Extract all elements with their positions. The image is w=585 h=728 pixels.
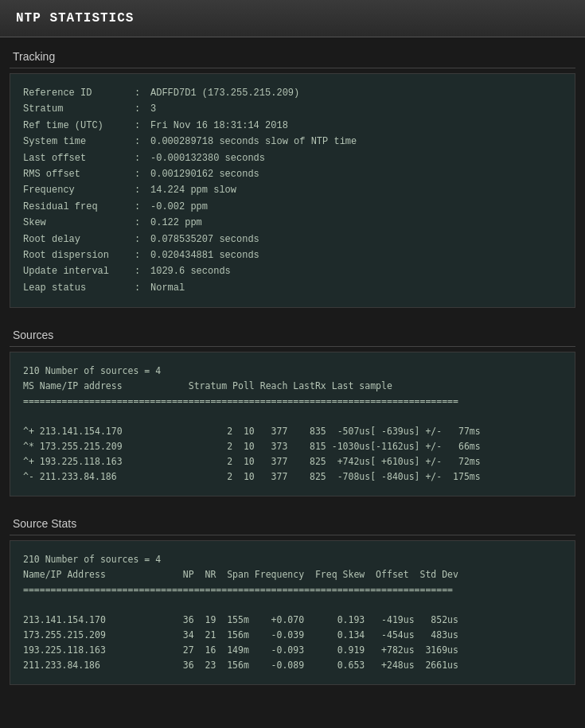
tracking-key: Residual freq [23,199,135,215]
tracking-key: Skew [23,215,135,231]
tracking-sep: : [135,232,150,247]
tracking-key: Root dispersion [23,247,135,263]
tracking-row: Skew : 0.122 ppm [23,215,562,231]
sources-body: 210 Number of sources = 4 MS Name/IP add… [10,352,575,496]
tracking-value: 0.122 ppm [150,215,202,231]
tracking-key: Root delay [23,232,135,247]
sources-content: 210 Number of sources = 4 MS Name/IP add… [23,364,562,485]
page-title: NTP STATISTICS [16,11,134,25]
source-stats-section-header: Source Stats [10,512,575,535]
tracking-value: 0.000289718 seconds slow of NTP time [150,134,357,150]
tracking-value: 14.224 ppm slow [150,182,236,198]
tracking-value: 0.001290162 seconds [150,166,259,182]
tracking-sep: : [135,134,150,150]
tracking-sep: : [135,215,150,231]
tracking-key: Last offset [23,150,135,166]
tracking-value: ADFFD7D1 (173.255.215.209) [150,85,299,101]
tracking-row: RMS offset : 0.001290162 seconds [23,166,562,182]
tracking-value: Normal [150,280,185,296]
tracking-row: Stratum : 3 [23,101,562,117]
tracking-sep: : [135,150,150,166]
tracking-row: Leap status : Normal [23,280,562,296]
tracking-value: 1029.6 seconds [150,263,231,279]
tracking-sep: : [135,199,150,215]
tracking-row: Last offset : -0.000132380 seconds [23,150,562,166]
tracking-key: Reference ID [23,85,135,101]
tracking-sep: : [135,182,150,198]
tracking-value: 3 [150,101,156,117]
tracking-section-header: Tracking [10,45,575,68]
tracking-value: -0.000132380 seconds [150,150,265,166]
tracking-row: Root delay : 0.078535207 seconds [23,232,562,247]
tracking-value: Fri Nov 16 18:31:14 2018 [150,118,288,134]
sources-section-header: Sources [10,324,575,347]
tracking-row: Frequency : 14.224 ppm slow [23,182,562,198]
tracking-key: Update interval [23,263,135,279]
source-stats-body: 210 Number of sources = 4 Name/IP Addres… [10,540,575,685]
tracking-sep: : [135,263,150,279]
tracking-key: RMS offset [23,166,135,182]
tracking-key: Stratum [23,101,135,117]
source-stats-section: Source Stats 210 Number of sources = 4 N… [0,504,585,693]
tracking-row: Ref time (UTC) : Fri Nov 16 18:31:14 201… [23,118,562,134]
tracking-value: -0.002 ppm [150,199,208,215]
tracking-row: Reference ID : ADFFD7D1 (173.255.215.209… [23,85,562,101]
tracking-sep: : [135,85,150,101]
tracking-sep: : [135,247,150,263]
tracking-sep: : [135,280,150,296]
tracking-sep: : [135,101,150,117]
tracking-body: Reference ID : ADFFD7D1 (173.255.215.209… [10,73,575,308]
tracking-key: Leap status [23,280,135,296]
tracking-value: 0.020434881 seconds [150,247,259,263]
source-stats-content: 210 Number of sources = 4 Name/IP Addres… [23,552,562,673]
tracking-key: Frequency [23,182,135,198]
tracking-value: 0.078535207 seconds [150,232,259,247]
tracking-sep: : [135,166,150,182]
tracking-key: Ref time (UTC) [23,118,135,134]
tracking-key: System time [23,134,135,150]
header: NTP STATISTICS [0,0,585,37]
tracking-row: Residual freq : -0.002 ppm [23,199,562,215]
sources-section: Sources 210 Number of sources = 4 MS Nam… [0,316,585,504]
tracking-sep: : [135,118,150,134]
tracking-row: System time : 0.000289718 seconds slow o… [23,134,562,150]
tracking-row: Update interval : 1029.6 seconds [23,263,562,279]
tracking-row: Root dispersion : 0.020434881 seconds [23,247,562,263]
tracking-section: Tracking Reference ID : ADFFD7D1 (173.25… [0,37,585,316]
